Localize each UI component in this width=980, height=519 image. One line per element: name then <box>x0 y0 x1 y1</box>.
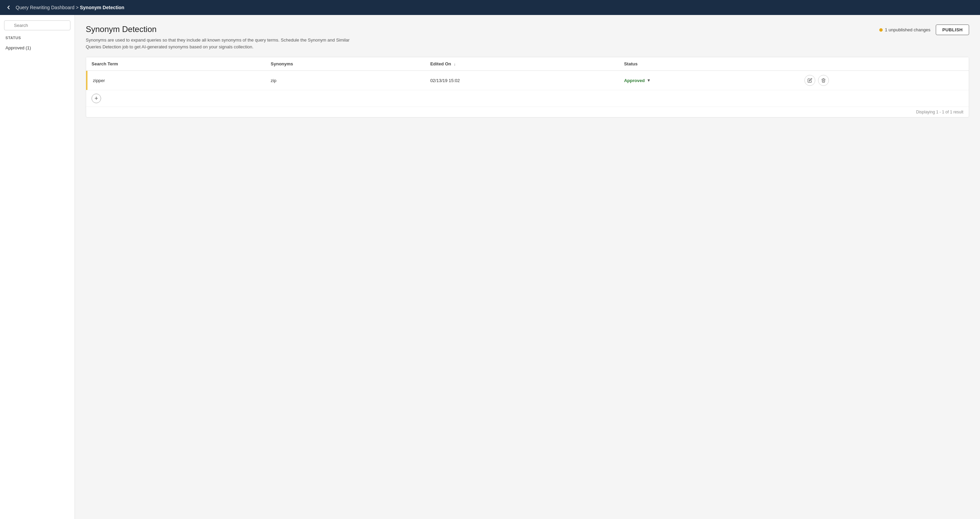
table-body: zipper zip 02/13/19 15:02 Approved ▼ <box>86 71 969 90</box>
cell-edited-on: 02/13/19 15:02 <box>425 71 619 90</box>
row-flag <box>86 71 88 90</box>
cell-actions <box>799 71 969 90</box>
edited-on-value: 02/13/19 15:02 <box>430 78 460 83</box>
sidebar-item-approved[interactable]: Approved (1) <box>0 43 75 53</box>
page-header-right: 1 unpublished changes PUBLISH <box>879 24 969 35</box>
col-edited-on[interactable]: Edited On ↓ <box>425 57 619 71</box>
add-row-container: + <box>86 90 969 107</box>
unpublished-dot <box>879 28 883 32</box>
status-cell: Approved ▼ <box>624 78 794 83</box>
publish-button[interactable]: PUBLISH <box>936 24 969 35</box>
page-description: Synonyms are used to expand queries so t… <box>86 37 365 50</box>
col-actions <box>799 57 969 71</box>
table-row: zipper zip 02/13/19 15:02 Approved ▼ <box>86 71 969 90</box>
search-input[interactable] <box>4 21 70 30</box>
page-header: Synonym Detection Synonyms are used to e… <box>86 24 969 50</box>
synonyms-value: zip <box>271 78 277 83</box>
sort-icon: ↓ <box>453 62 456 66</box>
col-status: Status <box>619 57 799 71</box>
layout: 🔍 STATUS Approved (1) Synonym Detection … <box>0 15 980 519</box>
col-search-term-label: Search Term <box>92 61 118 66</box>
sidebar-search-container: 🔍 <box>4 21 70 30</box>
status-value: Approved <box>624 78 645 83</box>
unpublished-text: 1 unpublished changes <box>885 27 930 32</box>
main-content: Synonym Detection Synonyms are used to e… <box>75 15 980 519</box>
col-search-term: Search Term <box>86 57 266 71</box>
breadcrumb: Query Rewriting Dashboard > Synonym Dete… <box>16 5 124 10</box>
col-synonyms: Synonyms <box>266 57 425 71</box>
add-icon: + <box>95 95 98 102</box>
page-header-left: Synonym Detection Synonyms are used to e… <box>86 24 365 50</box>
synonyms-table: Search Term Synonyms Edited On ↓ Status <box>86 57 969 90</box>
action-cell <box>804 75 963 86</box>
delete-button[interactable] <box>818 75 829 86</box>
sidebar: 🔍 STATUS Approved (1) <box>0 15 75 519</box>
col-status-label: Status <box>624 61 638 66</box>
cell-status: Approved ▼ <box>619 71 799 90</box>
breadcrumb-separator: > <box>75 5 80 10</box>
unpublished-badge: 1 unpublished changes <box>879 27 930 32</box>
results-count: Displaying 1 - 1 of 1 result <box>86 107 969 117</box>
edit-button[interactable] <box>804 75 815 86</box>
sidebar-item-label: Approved (1) <box>5 45 31 50</box>
page-title: Synonym Detection <box>86 24 365 34</box>
search-term-value: zipper <box>93 78 105 83</box>
table-header: Search Term Synonyms Edited On ↓ Status <box>86 57 969 71</box>
status-dropdown-arrow[interactable]: ▼ <box>647 78 651 83</box>
table-container: Search Term Synonyms Edited On ↓ Status <box>86 57 969 118</box>
back-button[interactable] <box>5 5 11 11</box>
sidebar-status-label: STATUS <box>0 36 75 43</box>
col-edited-on-label: Edited On <box>430 61 451 66</box>
add-row-button[interactable]: + <box>92 94 101 103</box>
col-synonyms-label: Synonyms <box>271 61 293 66</box>
sidebar-search-wrapper: 🔍 <box>0 21 75 36</box>
breadcrumb-parent[interactable]: Query Rewriting Dashboard <box>16 5 75 10</box>
topbar: Query Rewriting Dashboard > Synonym Dete… <box>0 0 980 15</box>
cell-search-term: zipper <box>86 71 266 90</box>
breadcrumb-current: Synonym Detection <box>80 5 124 10</box>
cell-synonyms: zip <box>266 71 425 90</box>
